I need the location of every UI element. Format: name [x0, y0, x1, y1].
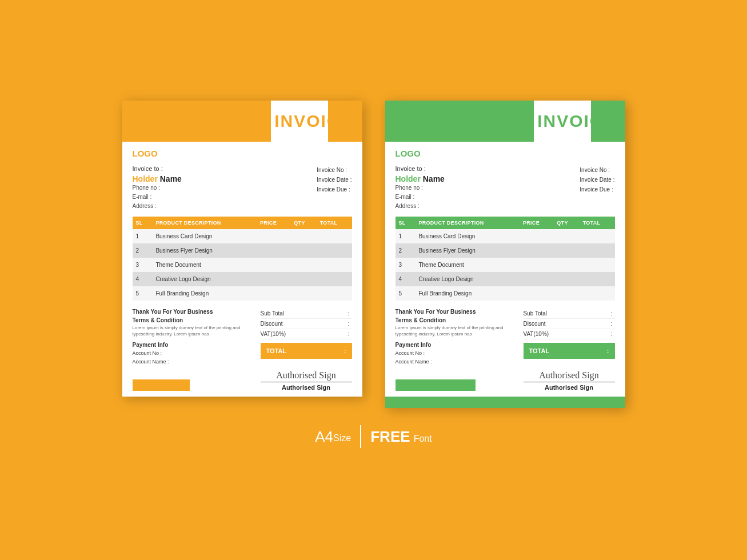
green-phone: Phone no :: [396, 183, 445, 193]
orange-header-corner: [328, 101, 362, 142]
orange-row4-desc: Creative Logo Design: [152, 272, 257, 286]
table-row: 3 Theme Document: [133, 258, 352, 272]
invoice-green: INVOICE LOGO Invoice to : Holder Name Ph…: [385, 101, 625, 408]
footer-divider: [360, 425, 361, 448]
orange-inv-date: Invoice Date :: [317, 175, 351, 185]
orange-row5-sl: 5: [133, 286, 153, 301]
green-discount-colon: :: [611, 321, 613, 327]
green-sign-line: [524, 382, 615, 382]
orange-row2-desc: Business Flyer Design: [152, 243, 257, 258]
orange-subtotal-colon: :: [348, 310, 350, 317]
green-info-left: Invoice to : Holder Name Phone no : E-ma…: [396, 165, 445, 211]
orange-row5-desc: Full Branding Design: [152, 286, 257, 301]
orange-row1-total: [317, 229, 352, 243]
green-row2-qty: [553, 243, 579, 258]
orange-th-qty: QTY: [290, 217, 316, 229]
orange-info-left: Invoice to : Holder Name Phone no : E-ma…: [133, 165, 182, 211]
green-payment-details: Account No : Account Name :: [396, 349, 518, 366]
green-footer-left: Thank You For Your Business Terms & Cond…: [396, 309, 518, 366]
table-row: 2 Business Flyer Design: [133, 243, 352, 258]
orange-sign-block: Authorised Sign Authorised Sign: [261, 370, 352, 391]
green-th-sl: SL: [396, 217, 416, 229]
green-row4-sl: 4: [396, 272, 416, 286]
orange-row2-qty: [290, 243, 316, 258]
table-row: 4 Creative Logo Design: [133, 272, 352, 286]
green-holder-first: Holder: [396, 174, 421, 183]
orange-total-colon: :: [344, 347, 346, 354]
orange-row4-price: [257, 272, 290, 286]
green-info-row: Invoice to : Holder Name Phone no : E-ma…: [396, 165, 615, 211]
green-terms-label: Terms & Condition: [396, 317, 518, 323]
green-row1-qty: [553, 229, 579, 243]
green-details: Phone no : E-mail : Address :: [396, 183, 445, 211]
green-sign-label: Authorised Sign: [524, 384, 615, 391]
orange-table-head: SL PRODUCT DESCRIPTION PRICE QTY TOTAL: [133, 217, 352, 229]
orange-row2-total: [317, 243, 352, 258]
orange-row5-price: [257, 286, 290, 301]
green-body: LOGO Invoice to : Holder Name Phone no :…: [385, 142, 625, 301]
green-discount-row: Discount :: [524, 319, 615, 329]
orange-vat-label: VAT(10%): [261, 331, 286, 337]
green-row3-qty: [553, 258, 579, 272]
table-row: 1 Business Card Design: [133, 229, 352, 243]
footer-size-label: Size: [333, 433, 351, 443]
orange-th-price: PRICE: [257, 217, 290, 229]
green-email: E-mail :: [396, 193, 445, 202]
orange-table-body: 1 Business Card Design 2 Business Flyer …: [133, 229, 352, 301]
green-row1-sl: 1: [396, 229, 416, 243]
green-sign-block: Authorised Sign Authorised Sign: [524, 370, 615, 391]
green-row3-sl: 3: [396, 258, 416, 272]
footer-a4-text: A4: [315, 428, 333, 445]
orange-subtotal-label: Sub Total: [261, 310, 285, 317]
green-subtotal-label: Sub Total: [524, 310, 548, 317]
orange-email: E-mail :: [133, 193, 182, 202]
orange-discount-row: Discount :: [261, 319, 352, 329]
orange-total-bar: TOTAL :: [261, 343, 352, 359]
green-vat-row: VAT(10%) :: [524, 329, 615, 339]
green-footer-right: Sub Total : Discount : VAT(10%) : TOTAL …: [524, 309, 615, 366]
orange-sign-line: [261, 382, 352, 382]
orange-inv-due: Invoice Due :: [317, 185, 351, 194]
orange-bottom: Authorised Sign Authorised Sign: [122, 366, 362, 397]
green-info-right: Invoice No : Invoice Date : Invoice Due …: [580, 165, 614, 211]
orange-row3-desc: Theme Document: [152, 258, 257, 272]
table-row: 2 Business Flyer Design: [396, 243, 615, 258]
orange-row4-total: [317, 272, 352, 286]
green-row3-price: [520, 258, 553, 272]
page-footer: A4Size FREE Font: [315, 425, 432, 448]
green-th-qty: QTY: [553, 217, 579, 229]
orange-payment-label: Payment Info: [133, 342, 255, 348]
green-row2-desc: Business Flyer Design: [415, 243, 520, 258]
green-bottom-strip: [385, 397, 625, 408]
green-th-desc: PRODUCT DESCRIPTION: [415, 217, 520, 229]
green-row4-desc: Creative Logo Design: [415, 272, 520, 286]
orange-row4-sl: 4: [133, 272, 153, 286]
orange-th-sl: SL: [133, 217, 153, 229]
green-row2-sl: 2: [396, 243, 416, 258]
orange-table: SL PRODUCT DESCRIPTION PRICE QTY TOTAL 1…: [133, 217, 352, 301]
orange-payment-details: Account No : Account Name :: [133, 349, 255, 366]
orange-row5-total: [317, 286, 352, 301]
orange-row4-qty: [290, 272, 316, 286]
green-table-body: 1 Business Card Design 2 Business Flyer …: [396, 229, 615, 301]
green-row5-qty: [553, 286, 579, 301]
orange-row3-qty: [290, 258, 316, 272]
orange-corner-box: [133, 379, 190, 391]
green-inv-no: Invoice No :: [580, 165, 614, 175]
orange-subtotal-row: Sub Total :: [261, 309, 352, 319]
green-row5-sl: 5: [396, 286, 416, 301]
orange-footer-left: Thank You For Your Business Terms & Cond…: [133, 309, 255, 366]
green-bottom-area: Authorised Sign Authorised Sign: [385, 366, 625, 391]
orange-info-right: Invoice No : Invoice Date : Invoice Due …: [317, 165, 351, 211]
orange-phone: Phone no :: [133, 183, 182, 193]
green-inv-due: Invoice Due :: [580, 185, 614, 194]
orange-row1-desc: Business Card Design: [152, 229, 257, 243]
orange-address: Address :: [133, 202, 182, 211]
green-row1-price: [520, 229, 553, 243]
green-subtotal-row: Sub Total :: [524, 309, 615, 319]
green-header-corner: [591, 101, 625, 142]
orange-terms-label: Terms & Condition: [133, 317, 255, 323]
green-terms-text: Lorem ipsum is simply dummy text of the …: [396, 325, 518, 337]
orange-footer-right: Sub Total : Discount : VAT(10%) : TOTAL …: [261, 309, 352, 366]
green-account-name: Account Name :: [396, 358, 518, 366]
